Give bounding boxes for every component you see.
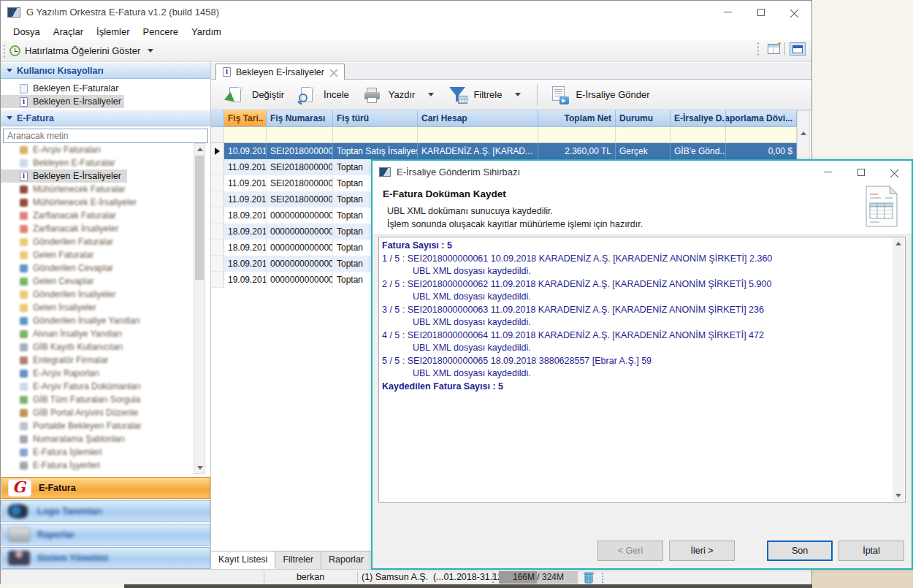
column-header-durumu[interactable]: Durumu bbox=[616, 110, 671, 127]
filter-cell[interactable] bbox=[538, 127, 616, 143]
filter-cell[interactable] bbox=[224, 127, 267, 143]
değiştir-button[interactable]: Değiştir bbox=[221, 83, 293, 107]
column-header-toplam-net[interactable]: Toplam Net bbox=[538, 110, 616, 127]
tree-item-entegratör-firmalar[interactable]: Entegratör Firmalar bbox=[1, 354, 114, 367]
bottom-tab-filtreler[interactable]: Filtreler bbox=[275, 551, 321, 569]
tree-item-e-fatura-i-şyerleri[interactable]: E-Fatura İşyerleri bbox=[1, 459, 106, 472]
scroll-up-icon[interactable] bbox=[197, 148, 203, 151]
tree-item-e-arşiv-fatura-dokümanları[interactable]: E-Arşiv Fatura Dokümanları bbox=[1, 380, 147, 393]
titlebar[interactable]: G Yazılım Orkestra E-Fatura v1.2 (build … bbox=[1, 1, 811, 23]
add-view-icon[interactable] bbox=[768, 44, 780, 54]
tree-item-mühürlenecek-faturalar[interactable]: Mühürlenecek Faturalar bbox=[1, 183, 131, 196]
tree-item-bekleyen-e-i-rsaliyeler[interactable]: iBekleyen E-İrsaliyeler bbox=[1, 169, 127, 183]
e-i-rsaliye-gönder-button[interactable]: E-İrsaliye Gönder bbox=[545, 83, 658, 107]
dialog-close-button[interactable] bbox=[878, 161, 912, 183]
memory-gauge[interactable]: 166M / 324M bbox=[499, 571, 578, 584]
toolbar-drag-handle[interactable] bbox=[3, 44, 6, 58]
bottom-tab-kayıt-listesi[interactable]: Kayıt Listesi bbox=[211, 551, 275, 569]
tree-item-e-arşiv-raporları[interactable]: E-Arşiv Raporları bbox=[1, 367, 105, 380]
filtrele-button[interactable]: Filtrele bbox=[443, 83, 530, 107]
wizard-log-panel[interactable]: Fatura Sayısı : 51 / 5 : SEI201800000006… bbox=[378, 237, 906, 503]
son-button[interactable]: Son bbox=[767, 541, 833, 561]
panel-raporlar[interactable]: Raporlar bbox=[1, 524, 210, 546]
filter-cell[interactable] bbox=[616, 127, 671, 143]
yazdır-button[interactable]: Yazdır bbox=[358, 83, 443, 107]
scroll-up-icon[interactable] bbox=[895, 242, 901, 245]
scrollbar-thumb[interactable] bbox=[195, 156, 204, 280]
garbage-collect-icon[interactable] bbox=[581, 570, 596, 584]
panel-e-fatura[interactable]: GE-Fatura bbox=[1, 477, 210, 499]
reminder-toggle[interactable]: Hatırlatma Öğelerini Göster bbox=[25, 45, 140, 56]
i-ptal-button[interactable]: İptal bbox=[838, 541, 904, 561]
tree-item-numaralama-şablonları[interactable]: Numaralama Şablonları bbox=[1, 432, 131, 446]
dropdown-caret-icon[interactable] bbox=[428, 93, 434, 96]
panel-logo-tanımları[interactable]: Logo Tanımları bbox=[1, 500, 210, 522]
scroll-up-icon[interactable] bbox=[801, 131, 806, 135]
tree-scrollbar[interactable] bbox=[194, 143, 205, 474]
toolbar-drag-handle-right[interactable] bbox=[757, 42, 760, 56]
tree-item-gelen-i-rsaliyeler[interactable]: Gelen İrsaliyeler bbox=[1, 301, 102, 314]
tree-item-portalde-bekleyen-faturalar[interactable]: Portalde Bekleyen Faturalar bbox=[1, 419, 148, 432]
tree-item-gi-b-tüm-faturaları-sorgula[interactable]: GİB Tüm Faturaları Sorgula bbox=[1, 393, 146, 406]
tree-item-zarflanacak-faturalar[interactable]: Zarflanacak Faturalar bbox=[1, 209, 122, 222]
minimize-button[interactable] bbox=[711, 1, 744, 23]
tree-item-gelen-faturalar[interactable]: Gelen Faturalar bbox=[1, 248, 99, 261]
filter-cell[interactable] bbox=[267, 127, 333, 143]
scroll-down-icon[interactable] bbox=[895, 494, 901, 497]
efatura-header[interactable]: E-Fatura bbox=[1, 110, 210, 126]
column-header-raporlama-dövi[interactable]: Raporlama Dövi... bbox=[726, 110, 797, 127]
menu-i-şlemler[interactable]: İşlemler bbox=[90, 25, 137, 39]
shortcuts-header[interactable]: Kullanıcı Kısayolları bbox=[1, 62, 210, 79]
filter-cell[interactable] bbox=[418, 127, 538, 143]
bottom-tab-raporlar[interactable]: Raporlar bbox=[321, 551, 372, 569]
close-button[interactable] bbox=[778, 1, 811, 23]
column-header-fiş-tari[interactable]: Fiş Tari.. bbox=[224, 110, 267, 127]
dropdown-caret-icon[interactable] bbox=[515, 93, 521, 96]
collapse-icon[interactable] bbox=[7, 116, 12, 120]
tab-bekleyen-e-irsaliyeler[interactable]: i Bekleyen E-İrsaliyeler bbox=[215, 64, 345, 80]
panel-sistem-yönetimi[interactable]: Sistem Yönetimi bbox=[1, 547, 210, 569]
tree-item-label: Zarflanacak İrsaliyeler bbox=[33, 224, 118, 234]
tree-item-zarflanacak-i-rsaliyeler[interactable]: Zarflanacak İrsaliyeler bbox=[1, 222, 124, 235]
shortcut-bekleyen-e-faturalar[interactable]: Bekleyen E-Faturalar bbox=[1, 82, 121, 95]
maximize-button[interactable] bbox=[744, 1, 778, 23]
menu-dosya[interactable]: Dosya bbox=[7, 25, 47, 39]
column-header-fiş-numarası[interactable]: Fiş Numarası bbox=[267, 110, 333, 127]
dialog-maximize-button[interactable] bbox=[844, 161, 878, 183]
filter-cell[interactable] bbox=[333, 127, 418, 143]
tree-item-alınan-i-rsaliye-yanıtları[interactable]: Alınan İrsaliye Yanıtları bbox=[1, 327, 128, 340]
menu-pencere[interactable]: Pencere bbox=[137, 25, 185, 39]
tree-item-gönderilen-cevaplar[interactable]: Gönderilen Cevaplar bbox=[1, 261, 119, 275]
menu-yardım[interactable]: Yardım bbox=[185, 25, 228, 39]
tree-item-gönderilen-faturalar[interactable]: Gönderilen Faturalar bbox=[1, 235, 119, 248]
column-header-e-i-rsaliye-d[interactable]: E-İrsaliye D... bbox=[671, 110, 726, 127]
tree-item-gönderilen-i-rsaliyeler[interactable]: Gönderilen İrsaliyeler bbox=[1, 288, 121, 301]
tree-item-gi-b-portal-arşivini-düzenle[interactable]: GİB Portal Arşivini Düzenle bbox=[1, 406, 144, 419]
filter-cell[interactable] bbox=[671, 127, 726, 143]
tree-item-gönderilen-i-rsaliye-yanıtları[interactable]: Gönderilen İrsaliye Yanıtları bbox=[1, 314, 146, 327]
tree-item-bekleyen-e-faturalar[interactable]: Bekleyen E-Faturalar bbox=[1, 156, 121, 169]
dialog-minimize-button[interactable] bbox=[811, 161, 844, 183]
dialog-titlebar[interactable]: E-İrsaliye Gönderim Sihirbazı bbox=[373, 161, 912, 183]
tree-item-e-fatura-i-şlemleri[interactable]: E-Fatura İşlemleri bbox=[1, 446, 108, 459]
menu-araçlar[interactable]: Araçlar bbox=[47, 25, 90, 39]
tree-item-e-arşiv-faturaları[interactable]: E-Arşiv Faturaları bbox=[1, 143, 107, 156]
tree-item-mühürlenecek-e-i-rsaliyeler[interactable]: Mühürlenecek E-İrsaliyeler bbox=[1, 196, 142, 209]
search-input[interactable] bbox=[3, 129, 208, 143]
window-layout-icon[interactable] bbox=[790, 42, 806, 56]
tree-item-gelen-cevaplar[interactable]: Gelen Cevaplar bbox=[1, 275, 99, 288]
filter-cell[interactable] bbox=[726, 127, 797, 143]
scroll-down-icon[interactable] bbox=[197, 466, 203, 470]
collapse-icon[interactable] bbox=[7, 69, 12, 72]
column-header-cari-hesap[interactable]: Cari Hesap bbox=[418, 110, 538, 127]
log-scrollbar[interactable] bbox=[893, 238, 904, 501]
column-header-fiş-türü[interactable]: Fiş türü bbox=[333, 110, 418, 127]
tree-item-gi-b-kayıtlı-kullanıcıları[interactable]: GİB Kayıtlı Kullanıcıları bbox=[1, 340, 129, 354]
table-row[interactable]: 10.09.2018SEI2018000000...Toptan Satış İ… bbox=[211, 143, 811, 159]
i-leri-button[interactable]: İleri > bbox=[669, 541, 735, 561]
i-ncele-button[interactable]: İncele bbox=[293, 83, 358, 107]
reminder-caret-icon[interactable] bbox=[148, 49, 153, 53]
grid-filter-row[interactable] bbox=[211, 127, 811, 143]
tab-close-icon[interactable] bbox=[329, 68, 337, 76]
shortcut-bekleyen-e-i-rsaliyeler[interactable]: iBekleyen E-İrsaliyeler bbox=[1, 95, 124, 108]
